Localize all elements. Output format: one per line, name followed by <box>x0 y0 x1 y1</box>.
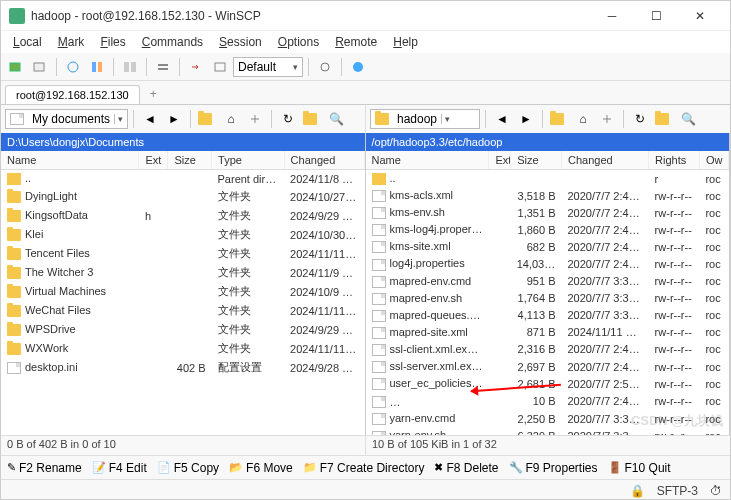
compare-icon[interactable] <box>86 56 108 78</box>
table-row[interactable]: ..Parent direct...2024/11/8 21:5... <box>1 170 364 188</box>
new-session-icon[interactable] <box>5 56 27 78</box>
file-icon <box>372 241 386 253</box>
remote-find-icon[interactable]: 🔍 <box>677 108 699 130</box>
local-col-ext[interactable]: Ext <box>139 151 168 170</box>
local-refresh-icon[interactable]: ↻ <box>277 108 299 130</box>
menu-files[interactable]: Files <box>92 33 133 51</box>
table-row[interactable]: 10 B2020/7/7 2:46:13rw-r--r--roc <box>366 392 729 410</box>
protocol-label: SFTP-3 <box>657 484 698 498</box>
remote-fwd-icon[interactable]: ► <box>515 108 537 130</box>
remote-home-icon[interactable]: ⌂ <box>572 108 594 130</box>
local-bookmark-icon[interactable] <box>301 108 323 130</box>
remote-up-icon[interactable] <box>548 108 570 130</box>
queue-icon[interactable] <box>152 56 174 78</box>
table-row[interactable]: DyingLight文件夹2024/10/27 14:... <box>1 187 364 206</box>
file-icon <box>372 293 386 305</box>
new-tab-button[interactable]: + <box>142 84 165 104</box>
table-row[interactable]: ssl-server.xml.exam...2,697 B2020/7/7 2:… <box>366 358 729 375</box>
menu-help[interactable]: Help <box>385 33 426 51</box>
table-row[interactable]: kms-site.xml682 B2020/7/7 2:47:18rw-r--r… <box>366 238 729 255</box>
table-row[interactable]: yarn-env.cmd2,250 B2020/7/7 3:33:09rw-r-… <box>366 410 729 427</box>
local-home-icon[interactable]: ⌂ <box>220 108 242 130</box>
remote-path: /opt/hadoop3.3/etc/hadoop <box>366 133 730 151</box>
rename-input[interactable] <box>390 394 489 408</box>
local-up-icon[interactable] <box>196 108 218 130</box>
table-row[interactable]: Klei文件夹2024/10/30 22:... <box>1 225 364 244</box>
remote-refresh-icon[interactable]: ↻ <box>629 108 651 130</box>
table-row[interactable]: Tencent Files文件夹2024/11/11 16:... <box>1 244 364 263</box>
remote-dir-combo[interactable]: hadoop▾ <box>370 109 480 129</box>
session-tab[interactable]: root@192.168.152.130 <box>5 85 140 104</box>
menu-commands[interactable]: Commands <box>134 33 211 51</box>
close-button[interactable]: ✕ <box>678 2 722 30</box>
remote-back-icon[interactable]: ◄ <box>491 108 513 130</box>
table-row[interactable]: log4j.properties14,032 B2020/7/7 2:46:13… <box>366 255 729 272</box>
table-row[interactable]: Virtual Machines文件夹2024/10/9 12:0... <box>1 282 364 301</box>
sync-icon[interactable] <box>62 56 84 78</box>
remote-root-icon[interactable] <box>596 108 618 130</box>
f9-properties-button[interactable]: 🔧 F9 Properties <box>509 461 598 475</box>
remote-col-ow[interactable]: Ow <box>699 151 728 170</box>
remote-col-size[interactable]: Size <box>511 151 562 170</box>
table-row[interactable]: The Witcher 3文件夹2024/11/9 16:3... <box>1 263 364 282</box>
menu-options[interactable]: Options <box>270 33 327 51</box>
remote-col-rights[interactable]: Rights <box>649 151 700 170</box>
queue-list-icon[interactable] <box>209 56 231 78</box>
f7-mkdir-button[interactable]: 📁 F7 Create Directory <box>303 461 425 475</box>
table-row[interactable]: kms-log4j.properties1,860 B2020/7/7 2:47… <box>366 221 729 238</box>
table-row[interactable]: KingsoftDatah文件夹2024/9/29 22:3... <box>1 206 364 225</box>
menu-remote[interactable]: Remote <box>327 33 385 51</box>
table-row[interactable]: ..rroc <box>366 170 729 188</box>
settings-icon[interactable] <box>314 56 336 78</box>
local-col-type[interactable]: Type <box>212 151 285 170</box>
table-row[interactable]: kms-acls.xml3,518 B2020/7/7 2:47:18rw-r-… <box>366 187 729 204</box>
menu-mark[interactable]: Mark <box>50 33 93 51</box>
remote-file-list[interactable]: NameExtSizeChangedRightsOw..rrockms-acls… <box>366 151 730 435</box>
local-find-icon[interactable]: 🔍 <box>325 108 347 130</box>
sites-icon[interactable] <box>29 56 51 78</box>
toggle-panes-icon[interactable] <box>119 56 141 78</box>
maximize-button[interactable]: ☐ <box>634 2 678 30</box>
f4-edit-button[interactable]: 📝 F4 Edit <box>92 461 147 475</box>
local-back-icon[interactable]: ◄ <box>139 108 161 130</box>
f8-delete-button[interactable]: ✖ F8 Delete <box>434 461 498 475</box>
f6-move-button[interactable]: 📂 F6 Move <box>229 461 293 475</box>
remote-bookmark-icon[interactable] <box>653 108 675 130</box>
transfer-settings-combo[interactable]: Default <box>233 57 303 77</box>
help-icon[interactable] <box>347 56 369 78</box>
menu-local[interactable]: Local <box>5 33 50 51</box>
local-col-changed[interactable]: Changed <box>284 151 364 170</box>
table-row[interactable]: desktop.ini402 B配置设置2024/9/28 17:5... <box>1 358 364 377</box>
table-row[interactable]: WeChat Files文件夹2024/11/11 16:... <box>1 301 364 320</box>
f10-quit-button[interactable]: 🚪 F10 Quit <box>608 461 671 475</box>
table-row[interactable]: ssl-client.xml.examp...2,316 B2020/7/7 2… <box>366 341 729 358</box>
remote-col-ext[interactable]: Ext <box>489 151 511 170</box>
table-row[interactable]: mapred-queues.xm...4,113 B2020/7/7 3:34:… <box>366 307 729 324</box>
table-row[interactable]: mapred-env.sh1,764 B2020/7/7 3:34:44rw-r… <box>366 290 729 307</box>
remote-col-name[interactable]: Name <box>366 151 489 170</box>
local-location-toolbar: My documents▾ ◄ ► ⌂ ↻ 🔍 <box>1 105 365 133</box>
local-dir-combo[interactable]: My documents▾ <box>5 109 128 129</box>
transfer-icon[interactable] <box>185 56 207 78</box>
table-row[interactable]: user_ec_policies.xml...2,681 B2020/7/7 2… <box>366 375 729 392</box>
f2-rename-button[interactable]: ✎ F2 Rename <box>7 461 82 475</box>
minimize-button[interactable]: ─ <box>590 2 634 30</box>
local-file-list[interactable]: NameExtSizeTypeChanged..Parent direct...… <box>1 151 365 435</box>
main-toolbar: Default <box>1 53 730 81</box>
local-col-size[interactable]: Size <box>168 151 212 170</box>
table-row[interactable]: WPSDrive文件夹2024/9/29 22:3... <box>1 320 364 339</box>
table-row[interactable]: yarn-env.sh6,329 B2020/7/7 3:33:09rw-r--… <box>366 427 729 435</box>
table-row[interactable]: mapred-site.xml871 B2024/11/11 23:4...rw… <box>366 324 729 341</box>
f5-copy-button[interactable]: 📄 F5 Copy <box>157 461 219 475</box>
file-icon <box>372 310 386 322</box>
table-row[interactable]: mapred-env.cmd951 B2020/7/7 3:34:44rw-r-… <box>366 273 729 290</box>
remote-col-changed[interactable]: Changed <box>562 151 649 170</box>
table-row[interactable]: WXWork文件夹2024/11/11 21:... <box>1 339 364 358</box>
local-col-name[interactable]: Name <box>1 151 139 170</box>
menu-session[interactable]: Session <box>211 33 270 51</box>
local-status: 0 B of 402 B in 0 of 10 <box>1 436 365 455</box>
file-icon <box>372 361 386 373</box>
local-root-icon[interactable] <box>244 108 266 130</box>
table-row[interactable]: kms-env.sh1,351 B2020/7/7 2:47:18rw-r--r… <box>366 204 729 221</box>
local-fwd-icon[interactable]: ► <box>163 108 185 130</box>
